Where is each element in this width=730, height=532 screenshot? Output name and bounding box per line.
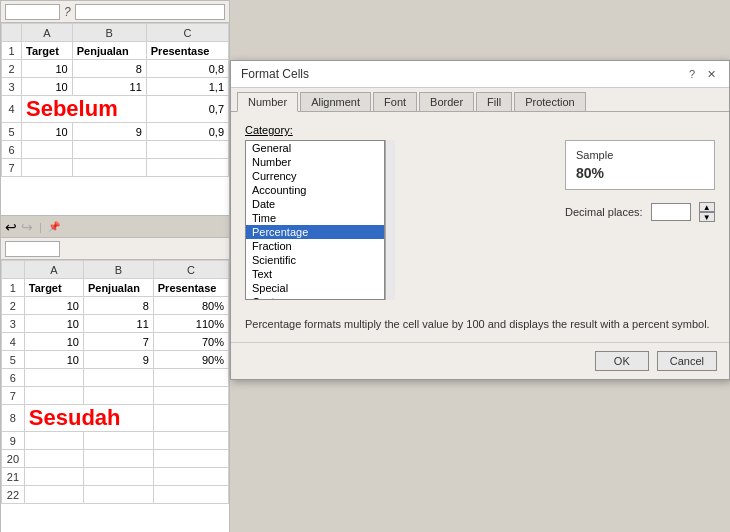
- table-cell[interactable]: 80%: [153, 297, 228, 315]
- category-item-special[interactable]: Special: [246, 281, 384, 295]
- table-cell[interactable]: Sesudah: [24, 405, 153, 432]
- table-cell[interactable]: 9: [72, 123, 146, 141]
- category-item-fraction[interactable]: Fraction: [246, 239, 384, 253]
- table-cell[interactable]: [83, 387, 153, 405]
- category-item-currency[interactable]: Currency: [246, 169, 384, 183]
- col-a-header-2[interactable]: A: [24, 261, 83, 279]
- table-cell[interactable]: Target: [22, 42, 73, 60]
- table-cell[interactable]: Penjualan: [83, 279, 153, 297]
- pin-icon[interactable]: 📌: [48, 221, 60, 232]
- table-row[interactable]: [22, 159, 73, 177]
- cancel-button[interactable]: Cancel: [657, 351, 717, 371]
- table-cell[interactable]: [153, 369, 228, 387]
- table-cell[interactable]: [24, 486, 83, 504]
- dialog-close-button[interactable]: ✕: [704, 68, 719, 81]
- row-header: 1: [2, 42, 22, 60]
- category-item-accounting[interactable]: Accounting: [246, 183, 384, 197]
- table-cell[interactable]: [83, 369, 153, 387]
- row-header: 9: [2, 432, 25, 450]
- table-cell[interactable]: Presentase: [146, 42, 228, 60]
- table-cell[interactable]: 9: [83, 351, 153, 369]
- decimal-input[interactable]: 0: [651, 203, 691, 221]
- table-cell[interactable]: 10: [22, 78, 73, 96]
- table-cell[interactable]: 0,9: [146, 123, 228, 141]
- dialog-tab-protection[interactable]: Protection: [514, 92, 586, 111]
- table-cell[interactable]: Sebelum: [22, 96, 147, 123]
- table-cell[interactable]: [24, 387, 83, 405]
- table-cell[interactable]: 11: [72, 78, 146, 96]
- table-cell[interactable]: [24, 468, 83, 486]
- table-row[interactable]: [72, 141, 146, 159]
- table-cell[interactable]: 10: [24, 315, 83, 333]
- bottom-cell-ref[interactable]: J12: [5, 241, 60, 257]
- dialog-controls: ? ✕: [686, 68, 719, 81]
- dialog-titlebar: Format Cells ? ✕: [231, 61, 729, 88]
- dialog-tab-alignment[interactable]: Alignment: [300, 92, 371, 111]
- table-row[interactable]: [72, 159, 146, 177]
- table-cell[interactable]: 7: [83, 333, 153, 351]
- dialog-tab-font[interactable]: Font: [373, 92, 417, 111]
- category-item-percentage[interactable]: Percentage: [246, 225, 384, 239]
- col-b-header-2[interactable]: B: [83, 261, 153, 279]
- table-cell[interactable]: Target: [24, 279, 83, 297]
- dialog-tab-number[interactable]: Number: [237, 92, 298, 112]
- table-cell[interactable]: 10: [22, 60, 73, 78]
- table-cell[interactable]: 90%: [153, 351, 228, 369]
- table-cell[interactable]: [153, 486, 228, 504]
- row-header: 5: [2, 351, 25, 369]
- table-cell[interactable]: 110%: [153, 315, 228, 333]
- col-c-header-2[interactable]: C: [153, 261, 228, 279]
- table-cell[interactable]: [83, 468, 153, 486]
- col-a-header[interactable]: A: [22, 24, 73, 42]
- table-cell[interactable]: 1,1: [146, 78, 228, 96]
- category-item-scientific[interactable]: Scientific: [246, 253, 384, 267]
- table-cell[interactable]: 10: [24, 297, 83, 315]
- dialog-help-button[interactable]: ?: [686, 68, 698, 81]
- table-cell[interactable]: 0,7: [146, 96, 228, 123]
- col-c-header[interactable]: C: [146, 24, 228, 42]
- table-cell[interactable]: 10: [22, 123, 73, 141]
- col-b-header[interactable]: B: [72, 24, 146, 42]
- table-cell[interactable]: [24, 432, 83, 450]
- category-item-general[interactable]: General: [246, 141, 384, 155]
- table-cell[interactable]: [153, 387, 228, 405]
- category-item-number[interactable]: Number: [246, 155, 384, 169]
- table-row[interactable]: [22, 141, 73, 159]
- ok-button[interactable]: OK: [595, 351, 649, 371]
- table-cell[interactable]: 0,8: [146, 60, 228, 78]
- undo-icon[interactable]: ↩: [5, 219, 17, 235]
- table-cell[interactable]: [153, 450, 228, 468]
- table-cell[interactable]: [83, 486, 153, 504]
- table-cell[interactable]: [24, 450, 83, 468]
- table-cell[interactable]: 10: [24, 333, 83, 351]
- table-cell[interactable]: 10: [24, 351, 83, 369]
- table-cell[interactable]: 70%: [153, 333, 228, 351]
- top-formula-input[interactable]: =B2/A2*100%: [75, 4, 225, 20]
- table-cell[interactable]: 11: [83, 315, 153, 333]
- category-item-custom[interactable]: Custom: [246, 295, 384, 300]
- table-cell[interactable]: Penjualan: [72, 42, 146, 60]
- category-item-date[interactable]: Date: [246, 197, 384, 211]
- table-cell[interactable]: 8: [83, 297, 153, 315]
- redo-icon[interactable]: ↪: [21, 219, 33, 235]
- table-row[interactable]: [146, 159, 228, 177]
- table-cell[interactable]: Presentase: [153, 279, 228, 297]
- table-cell[interactable]: [83, 450, 153, 468]
- dialog-tab-fill[interactable]: Fill: [476, 92, 512, 111]
- category-list[interactable]: GeneralNumberCurrencyAccountingDateTimeP…: [245, 140, 385, 300]
- table-cell[interactable]: [153, 405, 228, 432]
- table-cell[interactable]: [153, 432, 228, 450]
- table-cell[interactable]: [83, 432, 153, 450]
- top-cell-ref[interactable]: C2: [5, 4, 60, 20]
- category-item-text[interactable]: Text: [246, 267, 384, 281]
- decimal-up-button[interactable]: ▲: [699, 202, 715, 212]
- table-cell[interactable]: [24, 369, 83, 387]
- decimal-spinner: ▲ ▼: [699, 202, 715, 222]
- table-cell[interactable]: 8: [72, 60, 146, 78]
- table-row[interactable]: [146, 141, 228, 159]
- category-item-time[interactable]: Time: [246, 211, 384, 225]
- category-scrollbar[interactable]: [385, 140, 395, 300]
- dialog-tab-border[interactable]: Border: [419, 92, 474, 111]
- decimal-down-button[interactable]: ▼: [699, 212, 715, 222]
- table-cell[interactable]: [153, 468, 228, 486]
